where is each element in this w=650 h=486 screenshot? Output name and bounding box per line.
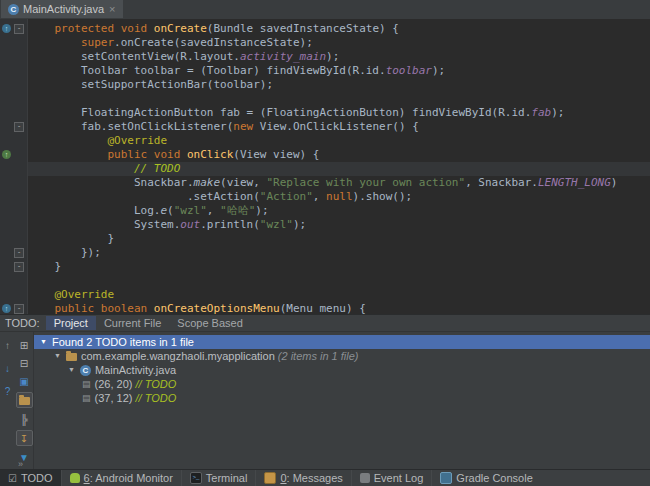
todo-tab-current-file[interactable]: Current File	[96, 316, 169, 330]
expand-all-button[interactable]: ⊞	[17, 338, 32, 352]
todo-tab-scope-based[interactable]: Scope Based	[169, 316, 250, 330]
tree-row-label: MainActivity.java	[95, 363, 176, 377]
android-monitor-button[interactable]: 6: Android Monitor	[61, 470, 181, 486]
tree-row-label: Found 2 TODO items in 1 file	[52, 335, 194, 349]
tree-row-label: com.example.wangzhaoli.myapplication	[81, 349, 275, 363]
statusbar-item-label: Terminal	[206, 472, 248, 484]
code-lines: protected void onCreate(Bundle savedInst…	[28, 22, 650, 314]
editor-tab-mainactivity[interactable]: C MainActivity.java ×	[1, 0, 123, 18]
todo-toolbar-view: ⊞⊟▣╠↧▼	[15, 338, 33, 464]
code-line[interactable]: .setAction("Action", null).show();	[28, 190, 650, 204]
code-line[interactable]: // TODO	[28, 162, 650, 176]
eventlog-icon	[360, 473, 370, 483]
override-marker-icon[interactable]: ↑	[2, 150, 11, 159]
statusbar-item-label: : Android Monitor	[90, 472, 173, 484]
editor-tab-bar: C MainActivity.java ×	[0, 0, 650, 20]
previous-todo-button[interactable]: ↑	[0, 338, 15, 352]
tree-row-label: (26, 20)	[95, 377, 136, 391]
flatten-packages-button[interactable]: ╠	[17, 412, 32, 426]
code-line[interactable]: }	[28, 232, 650, 246]
fold-marker-icon[interactable]: -	[14, 122, 24, 132]
todo-view-tabs: ProjectCurrent FileScope Based	[46, 316, 251, 330]
file-row[interactable]: ▼CMainActivity.java	[34, 363, 650, 377]
todo-tab-project[interactable]: Project	[46, 316, 96, 330]
statusbar-item-label: Gradle Console	[456, 472, 532, 484]
code-line[interactable]: public void onClick(View view) {	[28, 148, 650, 162]
override-marker-icon[interactable]: ↑	[2, 24, 11, 33]
close-icon[interactable]: ×	[109, 3, 115, 15]
gradle-icon	[440, 472, 452, 484]
code-line[interactable]: public boolean onCreateOptionsMenu(Menu …	[28, 302, 650, 314]
collapse-all-button[interactable]: ⊟	[17, 356, 32, 370]
folder-icon	[19, 397, 30, 405]
todo-toolwindow: TODO: ProjectCurrent FileScope Based ↑↓?…	[0, 314, 650, 471]
chevron-down-icon[interactable]: ▼	[68, 363, 75, 377]
code-line[interactable]: System.out.println("wzl");	[28, 218, 650, 232]
code-line[interactable]	[28, 274, 650, 288]
fold-marker-icon[interactable]: -	[14, 262, 24, 272]
todo-panel-title: TODO:	[0, 317, 46, 329]
code-line[interactable]: Snackbar.make(view, "Replace with your o…	[28, 176, 650, 190]
group-by-packages-button[interactable]	[16, 392, 33, 408]
class-icon: C	[80, 365, 91, 376]
todo-comment-text: // TODO	[135, 391, 176, 405]
messages-button[interactable]: 0: Messages	[255, 470, 350, 486]
help-button[interactable]: ?	[0, 384, 15, 398]
tab-title: MainActivity.java	[23, 3, 104, 15]
android-icon	[70, 473, 80, 483]
code-line[interactable]: super.onCreate(savedInstanceState);	[28, 36, 650, 50]
terminal-button[interactable]: >_Terminal	[181, 470, 256, 486]
gradle-console-button[interactable]: Gradle Console	[431, 470, 540, 486]
class-icon: C	[8, 4, 19, 15]
ide-window: C MainActivity.java × ↑--↑--↑- protected…	[0, 0, 650, 486]
todo-toolbar: ↑↓? ⊞⊟▣╠↧▼ »	[0, 332, 34, 471]
todo-toolbar-nav: ↑↓?	[0, 338, 15, 398]
editor-gutter: ↑--↑--↑-	[0, 19, 28, 314]
todo-summary-row[interactable]: ▼Found 2 TODO items in 1 file	[34, 335, 650, 349]
statusbar-item-label: : Messages	[287, 472, 343, 484]
code-line[interactable]: Log.e("wzl", "哈哈");	[28, 204, 650, 218]
chevron-down-icon[interactable]: ▼	[40, 335, 47, 349]
code-editor[interactable]: ↑--↑--↑- protected void onCreate(Bundle …	[0, 19, 650, 314]
todo-header: TODO: ProjectCurrent FileScope Based	[0, 315, 650, 332]
todo-item-icon: ▤	[82, 391, 91, 405]
todo-item-icon: ▤	[82, 377, 91, 391]
event-log-button[interactable]: Event Log	[351, 470, 432, 486]
todo-tree: ▼Found 2 TODO items in 1 file▼com.exampl…	[34, 332, 650, 471]
fold-marker-icon[interactable]: -	[14, 24, 24, 34]
next-todo-button[interactable]: ↓	[0, 361, 15, 375]
code-line[interactable]: });	[28, 246, 650, 260]
code-line[interactable]: fab.setOnClickListener(new View.OnClickL…	[28, 120, 650, 134]
todo-body: ↑↓? ⊞⊟▣╠↧▼ » ▼Found 2 TODO items in 1 fi…	[0, 332, 650, 471]
statusbar-item-label: Event Log	[374, 472, 424, 484]
more-options-icon[interactable]: »	[18, 459, 23, 469]
code-line[interactable]: FloatingActionButton fab = (FloatingActi…	[28, 106, 650, 120]
preview-source-button[interactable]: ▣	[17, 374, 32, 388]
code-line[interactable]	[28, 92, 650, 106]
code-line[interactable]: protected void onCreate(Bundle savedInst…	[28, 22, 650, 36]
todo-toolwindow-button[interactable]: ☑TODO	[0, 470, 61, 486]
terminal-icon: >_	[190, 472, 202, 484]
fold-marker-icon[interactable]: -	[14, 304, 24, 314]
code-line[interactable]: setSupportActionBar(toolbar);	[28, 78, 650, 92]
autoscroll-to-source-button[interactable]: ↧	[16, 430, 33, 446]
code-line[interactable]: @Override	[28, 288, 650, 302]
package-icon	[66, 353, 77, 361]
todo-item-row[interactable]: ▤(37, 12) // TODO	[34, 391, 650, 405]
package-row[interactable]: ▼com.example.wangzhaoli.myapplication (2…	[34, 349, 650, 363]
code-line[interactable]: @Override	[28, 134, 650, 148]
messages-icon	[264, 472, 276, 484]
chevron-down-icon[interactable]: ▼	[54, 349, 61, 363]
tree-row-count: (2 items in 1 file)	[275, 349, 359, 363]
code-line[interactable]: setContentView(R.layout.activity_main);	[28, 50, 650, 64]
todo-icon: ☑	[8, 473, 17, 484]
fold-marker-icon[interactable]: -	[14, 248, 24, 258]
tree-row-label: (37, 12)	[95, 391, 136, 405]
todo-comment-text: // TODO	[135, 377, 176, 391]
code-line[interactable]: Toolbar toolbar = (Toolbar) findViewById…	[28, 64, 650, 78]
todo-item-row[interactable]: ▤(26, 20) // TODO	[34, 377, 650, 391]
code-line[interactable]: }	[28, 260, 650, 274]
statusbar-item-label: TODO	[21, 472, 53, 484]
override-marker-icon[interactable]: ↑	[2, 304, 11, 313]
status-bar: ☑TODO6: Android Monitor>_Terminal0: Mess…	[0, 469, 650, 486]
